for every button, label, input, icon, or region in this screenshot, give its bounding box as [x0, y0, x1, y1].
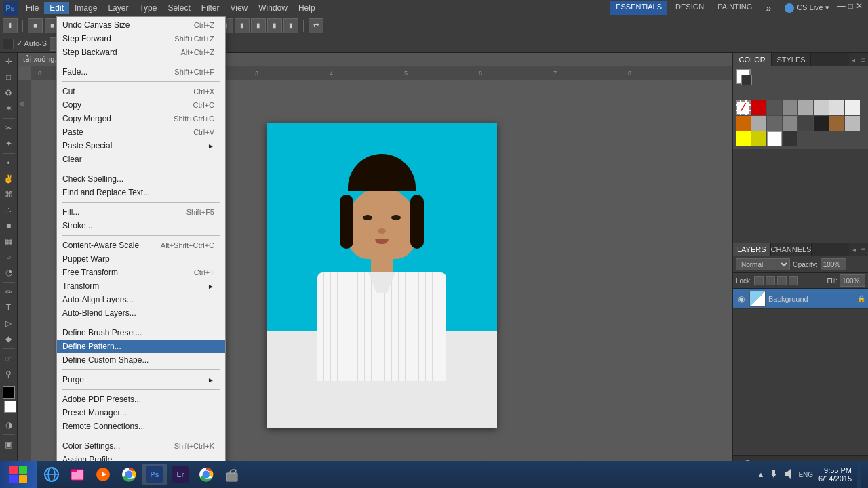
divider4	[62, 202, 220, 203]
menu-purge[interactable]: Purge ►	[57, 373, 225, 386]
taskbar-media[interactable]	[91, 464, 115, 485]
divider8	[62, 389, 220, 390]
menu-filter[interactable]: Filter	[196, 2, 225, 14]
menu-stroke[interactable]: Stroke...	[57, 219, 225, 232]
taskbar-clock[interactable]: 9:55 PM 6/14/2015	[818, 466, 852, 483]
divider1	[62, 62, 220, 62]
svg-rect-20	[71, 470, 77, 472]
menu-section-clipboard: Cut Ctrl+X Copy Ctrl+C Copy Merged Shift…	[57, 83, 225, 167]
taskbar-chrome1[interactable]	[117, 464, 141, 485]
menu-color-settings[interactable]: Color Settings... Shift+Ctrl+K	[57, 439, 225, 453]
taskbar: Ps Lr ▲	[0, 461, 868, 488]
menu-remote-connections[interactable]: Remote Connections...	[57, 420, 225, 433]
menu-content-aware-scale[interactable]: Content-Aware Scale Alt+Shift+Ctrl+C	[57, 239, 225, 252]
menu-section-define: Define Brush Preset... Define Pattern...…	[57, 325, 225, 368]
ps-icon: Ps	[146, 466, 163, 483]
menu-transform[interactable]: Transform ►	[57, 279, 225, 293]
menu-cut[interactable]: Cut Ctrl+X	[57, 85, 225, 98]
show-desktop-btn[interactable]	[857, 461, 861, 488]
cs-live[interactable]: CS Live ▾	[779, 1, 835, 15]
svg-rect-15	[19, 475, 27, 483]
menu-define-custom-shape[interactable]: Define Custom Shape...	[57, 353, 225, 367]
menu-window[interactable]: Window	[253, 2, 293, 14]
menu-puppet-warp[interactable]: Puppet Warp	[57, 252, 225, 266]
taskbar-files[interactable]	[65, 464, 90, 485]
menu-paste[interactable]: Paste Ctrl+V	[57, 125, 225, 139]
menu-section-history: Undo Canvas Size Ctrl+Z Step Forward Shi…	[57, 17, 225, 60]
menu-fill[interactable]: Fill... Shift+F5	[57, 205, 225, 219]
app-logo: Ps	[3, 1, 18, 16]
menu-define-brush-preset[interactable]: Define Brush Preset...	[57, 326, 225, 340]
essentials-btn[interactable]: ESSENTIALS	[610, 1, 667, 15]
svg-rect-28	[785, 472, 787, 476]
menu-section-fade: Fade... Shift+Ctrl+F	[57, 64, 225, 80]
svg-marker-29	[787, 469, 791, 479]
close-btn[interactable]: ✕	[856, 1, 863, 15]
menu-undo-canvas-size[interactable]: Undo Canvas Size Ctrl+Z	[57, 18, 225, 32]
systray-lang[interactable]: ENG	[798, 471, 813, 479]
lr-icon: Lr	[172, 466, 189, 483]
systray-speaker[interactable]	[783, 468, 794, 481]
start-button[interactable]	[0, 461, 37, 488]
menu-section-fill: Fill... Shift+F5 Stroke...	[57, 204, 225, 234]
menu-copy[interactable]: Copy Ctrl+C	[57, 98, 225, 112]
menu-step-forward[interactable]: Step Forward Shift+Ctrl+Z	[57, 32, 225, 45]
divider2	[62, 81, 220, 82]
taskbar-items: Ps Lr	[37, 464, 751, 485]
menu-section-text: Check Spelling... Find and Replace Text.…	[57, 171, 225, 201]
menu-section-transform: Content-Aware Scale Alt+Shift+Ctrl+C Pup…	[57, 237, 225, 321]
menu-image[interactable]: Image	[69, 2, 102, 14]
design-btn[interactable]: DESIGN	[670, 1, 709, 15]
menu-file[interactable]: File	[20, 2, 44, 14]
menu-define-pattern[interactable]: Define Pattern...	[57, 340, 225, 353]
menu-bar: Ps File Edit Image Layer Type Select Fil…	[0, 0, 868, 16]
divider3	[62, 169, 220, 169]
menu-copy-merged[interactable]: Copy Merged Shift+Ctrl+C	[57, 112, 225, 125]
painting-btn[interactable]: PAINTING	[712, 1, 757, 15]
menu-step-backward[interactable]: Step Backward Alt+Ctrl+Z	[57, 45, 225, 59]
menu-auto-align[interactable]: Auto-Align Layers...	[57, 293, 225, 306]
menu-help[interactable]: Help	[293, 2, 321, 14]
divider5	[62, 235, 220, 236]
menu-layer[interactable]: Layer	[102, 2, 134, 14]
taskbar-chrome2[interactable]	[194, 464, 218, 485]
menu-select[interactable]: Select	[162, 2, 195, 14]
svg-rect-12	[9, 466, 18, 474]
menu-type[interactable]: Type	[134, 2, 162, 14]
menu-find-replace[interactable]: Find and Replace Text...	[57, 186, 225, 199]
divider7	[62, 369, 220, 370]
systray-arrow[interactable]: ▲	[757, 470, 765, 479]
menu-view[interactable]: View	[224, 2, 253, 14]
menu-section-presets: Adobe PDF Presets... Preset Manager... R…	[57, 391, 225, 434]
svg-rect-13	[19, 466, 27, 474]
menu-paste-special[interactable]: Paste Special ►	[57, 139, 225, 152]
menu-fade[interactable]: Fade... Shift+Ctrl+F	[57, 65, 225, 79]
menu-clear[interactable]: Clear	[57, 152, 225, 166]
menu-section-purge: Purge ►	[57, 371, 225, 388]
taskbar-lightroom[interactable]: Lr	[168, 464, 193, 485]
menu-auto-blend[interactable]: Auto-Blend Layers...	[57, 306, 225, 320]
svg-rect-27	[226, 473, 237, 481]
menu-adobe-pdf-presets[interactable]: Adobe PDF Presets...	[57, 392, 225, 406]
menu-preset-manager[interactable]: Preset Manager...	[57, 406, 225, 420]
systray-icons: ▲ ENG	[757, 468, 814, 481]
taskbar-photoshop[interactable]: Ps	[142, 464, 167, 485]
divider6	[62, 323, 220, 323]
minimize-btn[interactable]: —	[837, 1, 846, 15]
restore-btn[interactable]: □	[848, 1, 853, 15]
edit-dropdown-menu: Undo Canvas Size Ctrl+Z Step Forward Shi…	[56, 16, 226, 488]
taskbar-systray: ▲ ENG 9:55 PM 6/14/2015	[751, 461, 869, 488]
menu-check-spelling[interactable]: Check Spelling...	[57, 172, 225, 186]
taskbar-store[interactable]	[220, 464, 244, 485]
menu-free-transform[interactable]: Free Transform Ctrl+T	[57, 266, 225, 279]
svg-rect-14	[9, 475, 18, 483]
menu-edit[interactable]: Edit	[44, 2, 69, 14]
taskbar-ie[interactable]	[39, 464, 64, 485]
more-btn[interactable]: »	[760, 1, 776, 15]
systray-network[interactable]	[768, 468, 779, 481]
dropdown-overlay: Undo Canvas Size Ctrl+Z Step Forward Shi…	[0, 0, 868, 488]
divider9	[62, 436, 220, 436]
